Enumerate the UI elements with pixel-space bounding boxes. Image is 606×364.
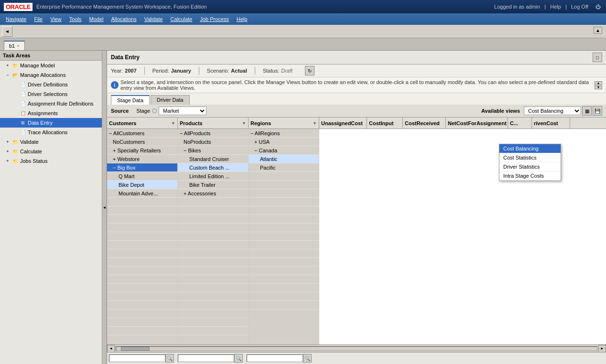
menu-calculate[interactable]: Calculate <box>167 15 196 23</box>
products-search-button[interactable]: 🔍 <box>234 354 243 363</box>
region-empty10 <box>249 249 319 258</box>
expand-manage-model[interactable]: + <box>4 63 11 68</box>
customer-webstore[interactable]: + Webstore <box>107 155 177 163</box>
product-standard[interactable]: Standard Cruiser <box>178 155 248 163</box>
customers-header-label: Customers <box>109 120 136 126</box>
tab-stage-data[interactable]: Stage Data <box>111 95 150 105</box>
region-atlantic[interactable]: Atlantic <box>249 155 319 163</box>
menu-file[interactable]: File <box>30 15 46 23</box>
hscroll-left[interactable]: ◄ <box>107 345 115 353</box>
power-icon[interactable]: ⏻ <box>595 4 601 10</box>
regions-search-input[interactable] <box>247 354 303 362</box>
menu-tools[interactable]: Tools <box>65 15 86 23</box>
scroll-up-btn[interactable]: ▲ <box>595 81 602 85</box>
resize-button[interactable]: ▲ <box>594 27 602 34</box>
regions-search-button[interactable]: 🔍 <box>303 354 312 363</box>
source-header: Source Stage ⬡ Market Available views Co… <box>107 105 606 118</box>
save-icon-btn[interactable]: 💾 <box>593 106 602 116</box>
back-button[interactable]: ◄ <box>2 26 12 37</box>
expand-manage-allocations[interactable]: − <box>4 73 11 77</box>
menu-navigate[interactable]: Navigate <box>2 15 30 23</box>
jobs-folder-icon: 📁 <box>11 157 19 165</box>
refresh-button[interactable]: ↻ <box>305 66 314 75</box>
region-canada[interactable]: − Canada <box>249 146 319 155</box>
region-all[interactable]: − AllRegions <box>249 129 319 138</box>
expand-driver-defs <box>11 82 19 87</box>
menu-view[interactable]: View <box>46 15 65 23</box>
customer-no[interactable]: NoCustomers <box>107 138 177 146</box>
logout-link[interactable]: Log Off <box>571 4 588 10</box>
customer-bikedepot[interactable]: Bike Depot <box>107 181 177 189</box>
product-all[interactable]: − AllProducts <box>178 129 248 138</box>
menu-job-process[interactable]: Job Process <box>196 15 233 23</box>
sidebar-item-trace-allocations[interactable]: 📄 Trace Allocations <box>0 128 102 137</box>
menu-help[interactable]: Help <box>233 15 251 23</box>
data-values-area <box>319 129 606 344</box>
sidebar-item-assignment-rule-defs[interactable]: 📄 Assignment Rule Definitions <box>0 99 102 108</box>
sidebar-item-data-entry[interactable]: ⊞ Data Entry <box>0 118 102 128</box>
views-dropdown[interactable]: Cost Balancing Cost Statistics Driver St… <box>524 107 581 115</box>
sidebar-item-assignments[interactable]: 📋 Assignments <box>0 108 102 118</box>
top-links: Logged in as admin | Help | Log Off ⏻ <box>493 4 602 10</box>
sidebar-item-manage-model[interactable]: + 📁 Manage Model <box>0 61 102 70</box>
help-link[interactable]: Help <box>550 4 561 10</box>
sidebar-item-jobs-status[interactable]: + 📁 Jobs Status <box>0 156 102 166</box>
expand-jobs[interactable]: + <box>4 159 11 163</box>
dropdown-item-intra-stage-costs[interactable]: Intra Stage Costs <box>499 171 561 181</box>
region-empty6 <box>249 215 319 224</box>
grid-icon-btn[interactable]: ▦ <box>582 106 592 116</box>
menu-allocations[interactable]: Allocations <box>107 15 140 23</box>
region-usa[interactable]: + USA <box>249 138 319 146</box>
sidebar-item-driver-definitions[interactable]: 📄 Driver Definitions <box>0 80 102 89</box>
sidebar-item-validate[interactable]: + 📁 Validate <box>0 137 102 147</box>
region-empty15 <box>249 292 319 301</box>
product-no[interactable]: NoProducts <box>178 138 248 146</box>
yp-bar: Year: 2007 Period: January Scenario: Act… <box>107 64 606 77</box>
collapse-handle[interactable]: ◄ <box>102 51 107 364</box>
product-bikes[interactable]: − Bikes <box>178 146 248 155</box>
sidebar-item-calculate[interactable]: + 📁 Calculate <box>0 147 102 156</box>
stage-dropdown[interactable]: Market <box>159 107 206 115</box>
search-bars: 🔍 🔍 🔍 <box>107 352 606 364</box>
product-accessories[interactable]: + Accessories <box>178 189 248 198</box>
expand-calculate[interactable]: + <box>4 149 11 154</box>
customer-mountain[interactable]: Mountain Adve... <box>107 189 177 198</box>
region-empty12 <box>249 267 319 275</box>
menu-validate[interactable]: Validate <box>141 15 167 23</box>
sidebar-label-driver-selections: Driver Selections <box>28 91 67 97</box>
product-trailer[interactable]: Bike Trailer <box>178 181 248 189</box>
year-value: 2007 <box>125 68 136 74</box>
customer-all[interactable]: − AllCustomers <box>107 129 177 138</box>
product-limited[interactable]: Limited Edition ... <box>178 172 248 181</box>
sidebar-item-driver-selections[interactable]: 📄 Driver Selections <box>0 89 102 99</box>
net-cost-header: NetCostForAssignment <box>446 118 508 128</box>
scroll-down-btn[interactable]: ▼ <box>595 86 602 89</box>
maximize-button[interactable]: □ <box>593 53 602 62</box>
b1-tab[interactable]: b1 × <box>4 41 25 50</box>
regions-filter-icon[interactable]: ▼ <box>313 121 317 126</box>
product-empty4 <box>178 224 248 232</box>
dropdown-item-cost-statistics[interactable]: Cost Statistics <box>499 153 561 162</box>
hscroll-track[interactable] <box>116 346 597 351</box>
customer-qmart[interactable]: Q Mart <box>107 172 177 181</box>
region-pacific[interactable]: Pacific <box>249 163 319 172</box>
customers-search-input[interactable] <box>109 354 165 362</box>
products-filter-icon[interactable]: ▼ <box>242 121 246 126</box>
dropdown-item-driver-statistics[interactable]: Driver Statistics <box>499 162 561 171</box>
customers-search-button[interactable]: 🔍 <box>165 354 174 363</box>
customer-empty6 <box>107 241 177 249</box>
stage-text: Stage <box>136 108 150 114</box>
customer-bigbox[interactable]: − Big Box <box>107 163 177 172</box>
sidebar-item-manage-allocations[interactable]: − 📂 Manage Allocations <box>0 70 102 80</box>
products-search-input[interactable] <box>178 354 234 362</box>
toolbar: ◄ ▲ <box>0 25 606 38</box>
tab-driver-data[interactable]: Driver Data <box>151 95 190 105</box>
product-custom[interactable]: Custom Beach ... <box>178 163 248 172</box>
customer-specialty[interactable]: + Specialty Retailers <box>107 146 177 155</box>
dropdown-item-cost-balancing[interactable]: Cost Balancing <box>499 144 561 153</box>
tab-close[interactable]: × <box>17 43 19 48</box>
expand-validate[interactable]: + <box>4 139 11 144</box>
customers-filter-icon[interactable]: ▼ <box>171 121 175 126</box>
hscroll-right[interactable]: ► <box>598 345 606 353</box>
menu-model[interactable]: Model <box>86 15 108 23</box>
